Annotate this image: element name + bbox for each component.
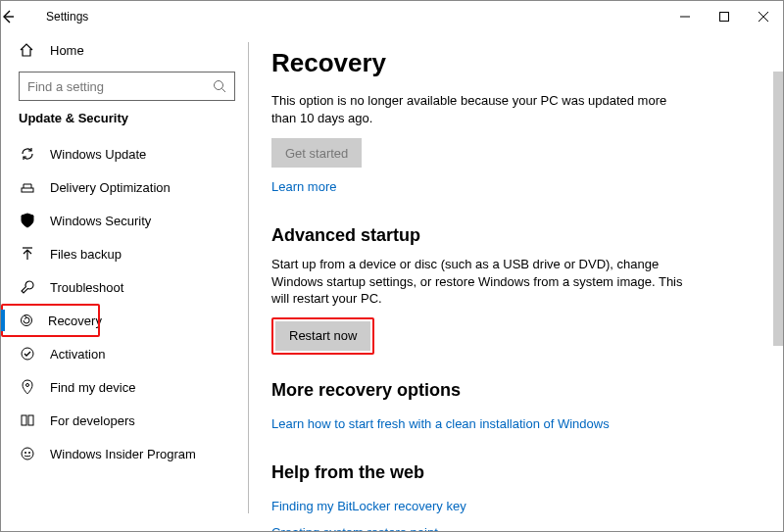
category-title: Update & Security (19, 111, 247, 125)
svg-point-11 (26, 384, 29, 387)
svg-point-5 (215, 81, 223, 90)
check-circle-icon (19, 346, 36, 362)
backup-icon (19, 246, 36, 262)
sidebar-item-windows-update[interactable]: Windows Update (1, 137, 247, 170)
sidebar-item-find-my-device[interactable]: Find my device (1, 370, 247, 404)
svg-point-14 (22, 448, 33, 459)
sidebar-item-delivery-optimization[interactable]: Delivery Optimization (1, 170, 247, 204)
scrollbar[interactable] (773, 72, 783, 346)
sidebar-item-files-backup[interactable]: Files backup (1, 237, 247, 270)
nav-list: Windows Update Delivery Optimization Win… (1, 137, 247, 470)
svg-line-6 (222, 89, 226, 93)
delivery-icon (19, 179, 36, 195)
recovery-icon (19, 313, 34, 328)
home-icon (19, 42, 36, 58)
main-content: Recovery This option is no longer availa… (248, 32, 783, 531)
search-icon (213, 79, 226, 93)
page-title: Recovery (271, 48, 763, 78)
restart-highlight: Restart now (271, 317, 374, 355)
window-title: Settings (46, 10, 88, 24)
developers-icon (19, 412, 36, 428)
minimize-button[interactable] (665, 1, 705, 32)
advanced-startup-description: Start up from a device or disc (such as … (271, 256, 683, 308)
sidebar-item-for-developers[interactable]: For developers (1, 404, 247, 437)
minimize-icon (680, 12, 690, 22)
svg-rect-13 (28, 415, 33, 425)
shield-icon (19, 213, 36, 228)
sidebar-item-label: Recovery (48, 314, 102, 328)
svg-point-16 (28, 452, 30, 454)
help-from-web-title: Help from the web (271, 462, 763, 483)
get-started-button: Get started (271, 138, 362, 168)
svg-point-15 (24, 452, 26, 454)
svg-rect-12 (22, 415, 26, 425)
more-recovery-title: More recovery options (271, 380, 763, 401)
restart-now-button[interactable]: Restart now (275, 321, 370, 351)
sidebar-item-troubleshoot[interactable]: Troubleshoot (1, 270, 247, 304)
wrench-icon (19, 279, 36, 295)
reset-description: This option is no longer available becau… (271, 92, 683, 126)
advanced-startup-title: Advanced startup (271, 225, 763, 246)
search-input[interactable]: Find a setting (19, 72, 235, 101)
close-button[interactable] (744, 1, 783, 32)
close-icon (759, 12, 768, 22)
bitlocker-link[interactable]: Finding my BitLocker recovery key (271, 499, 466, 513)
sidebar-item-label: Find my device (50, 380, 135, 395)
svg-rect-2 (720, 13, 729, 22)
learn-more-link[interactable]: Learn more (271, 179, 336, 194)
svg-rect-7 (22, 188, 33, 192)
maximize-button[interactable] (705, 1, 744, 32)
sidebar-item-label: Troubleshoot (50, 280, 123, 295)
back-button[interactable] (1, 10, 36, 24)
sidebar: Home Find a setting Update & Security Wi… (1, 32, 248, 531)
maximize-icon (719, 12, 729, 22)
restore-point-link[interactable]: Creating system restore point (271, 525, 438, 531)
sidebar-item-label: Files backup (50, 247, 122, 262)
location-icon (19, 379, 36, 395)
sidebar-item-label: Activation (50, 347, 105, 362)
svg-point-10 (22, 348, 33, 360)
svg-point-9 (22, 315, 32, 326)
sidebar-item-windows-security[interactable]: Windows Security (1, 204, 247, 237)
home-button[interactable]: Home (1, 36, 247, 70)
sidebar-item-activation[interactable]: Activation (1, 337, 247, 370)
sync-icon (19, 146, 36, 162)
sidebar-item-windows-insider[interactable]: Windows Insider Program (1, 437, 247, 470)
sidebar-item-recovery[interactable]: Recovery (1, 304, 100, 337)
sidebar-item-label: Delivery Optimization (50, 180, 171, 195)
insider-icon (19, 446, 36, 461)
arrow-left-icon (1, 10, 15, 24)
home-label: Home (50, 43, 84, 58)
sidebar-item-label: Windows Security (50, 214, 151, 228)
sidebar-item-label: Windows Insider Program (50, 447, 196, 461)
sidebar-item-label: Windows Update (50, 147, 146, 162)
search-placeholder: Find a setting (27, 79, 104, 94)
fresh-install-link[interactable]: Learn how to start fresh with a clean in… (271, 416, 610, 431)
sidebar-item-label: For developers (50, 413, 135, 428)
